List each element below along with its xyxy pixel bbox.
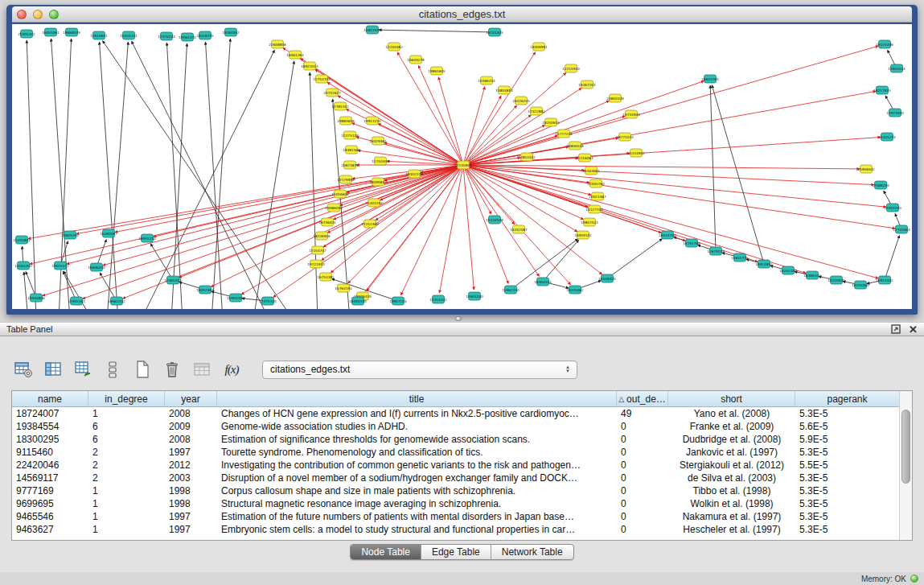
graph-node-label: 19861605 [428, 69, 446, 73]
graph-edge[interactable] [543, 240, 579, 282]
network-view-window: citations_edges.txt 20305332160550611866… [6, 5, 918, 315]
window-titlebar[interactable]: citations_edges.txt [12, 6, 912, 23]
graph-edge[interactable] [171, 43, 187, 309]
table-row[interactable]: 977716911998Corpus callosum shape and si… [12, 484, 900, 497]
graph-edge[interactable] [103, 165, 463, 266]
graph-edge[interactable] [463, 46, 878, 165]
table-cell: Tibbo et al. (1998) [668, 484, 795, 497]
table-cell: 2009 [165, 420, 217, 433]
tab-edge-table[interactable]: Edge Table [421, 545, 491, 559]
function-builder-icon[interactable]: f(x) [221, 359, 242, 380]
graph-node-label: 16048420 [598, 277, 616, 281]
graph-edge[interactable] [211, 39, 230, 309]
table-row[interactable]: 946362711997Embryonic stem cells: a mode… [12, 523, 900, 536]
column-header-in_degree[interactable]: in_degree [88, 391, 165, 406]
column-header-year[interactable]: year [165, 391, 217, 406]
column-header-name[interactable]: name [12, 391, 88, 406]
graph-node-label: 16226255 [512, 99, 530, 103]
graph-edge[interactable] [253, 61, 294, 309]
graph-edge[interactable] [205, 42, 223, 309]
graph-node-label: 16791766 [683, 241, 700, 245]
table-settings-icon[interactable] [13, 359, 34, 380]
float-window-icon[interactable] [891, 324, 901, 334]
graph-edge[interactable] [712, 85, 764, 264]
graph-edge[interactable] [463, 165, 474, 290]
minimize-window-button[interactable] [33, 10, 43, 19]
graph-edge[interactable] [463, 165, 806, 274]
column-header-short[interactable]: short [668, 391, 795, 406]
table-cell: 18724007 [12, 407, 88, 420]
column-header-pagerank[interactable]: pagerank [795, 391, 900, 406]
graph-node-label: 15154952 [627, 151, 645, 155]
table-row[interactable]: 2242004622012Investigating the contribut… [12, 459, 900, 472]
graph-edge[interactable] [24, 272, 28, 309]
graph-edge[interactable] [710, 85, 716, 251]
table-row[interactable]: 1938455462009Genome-wide association stu… [12, 420, 900, 433]
graph-node-label: 15950350 [227, 296, 244, 300]
graph-edge[interactable] [211, 165, 463, 287]
status-bar: Memory: OK [0, 572, 924, 585]
table-cell: 18300295 [12, 433, 88, 446]
graph-edge[interactable] [463, 165, 895, 229]
table-row[interactable]: 1830029562008Estimation of significance … [12, 433, 900, 446]
graph-node-label: 18131405 [486, 31, 503, 35]
table-cell: 2008 [165, 407, 217, 420]
window-title: citations_edges.txt [12, 8, 912, 20]
graph-edge[interactable] [141, 50, 274, 309]
graph-edge[interactable] [463, 52, 536, 165]
network-table-select[interactable]: citations_edges.txt ▲▼ [262, 360, 577, 379]
graph-edge[interactable] [315, 69, 463, 165]
close-window-button[interactable] [17, 10, 27, 19]
table-row[interactable]: 1872400712008Changes of HCN gene express… [12, 407, 900, 420]
graph-edge[interactable] [463, 165, 860, 169]
graph-node-label: 17475320 [259, 299, 277, 303]
tab-node-table[interactable]: Node Table [351, 545, 421, 559]
graph-edge[interactable] [607, 239, 663, 278]
row-options-icon[interactable] [102, 359, 123, 380]
graph-edge[interactable] [107, 42, 128, 309]
graph-node-label: 20605190 [61, 233, 79, 237]
scrollbar-thumb[interactable] [901, 410, 910, 484]
zoom-window-button[interactable] [49, 10, 59, 19]
delete-icon[interactable] [162, 359, 183, 380]
close-panel-icon[interactable]: ✕ [909, 324, 918, 335]
column-header-title[interactable]: title [217, 391, 617, 406]
graph-edge[interactable] [28, 165, 463, 239]
table-cell: Disruption of a novel member of a sodium… [217, 472, 617, 484]
table-cell: Hescheler et al. (1997) [668, 523, 795, 536]
graph-node-label: 19125206 [876, 43, 893, 47]
table-scrollbar[interactable] [899, 391, 912, 540]
column-header-out_de[interactable]: △out_de… [617, 391, 668, 406]
new-document-icon[interactable] [132, 359, 153, 380]
graph-node-label: 16029461 [369, 139, 387, 143]
graph-edge[interactable] [166, 43, 183, 309]
graph-edge[interactable] [439, 165, 463, 293]
graph-node-label: 19884608 [337, 119, 355, 123]
graph-edge[interactable] [83, 165, 463, 299]
graph-node-label: 15034151 [120, 34, 138, 38]
table-cell: 0 [617, 497, 668, 510]
table-row[interactable]: 969969511998Structural magnetic resonanc… [12, 497, 900, 510]
graph-node-label: 16846548 [566, 144, 584, 148]
graph-edge[interactable] [885, 236, 899, 280]
table-row[interactable]: 911546021997Tourette syndrome. Phenomeno… [12, 446, 900, 459]
graph-edge[interactable] [273, 165, 463, 297]
table-cell: Jankovic et al. (1997) [668, 446, 795, 459]
column-label: out_de… [626, 393, 666, 405]
tab-network-table[interactable]: Network Table [491, 545, 573, 559]
table-panel-header: Table Panel ✕ [0, 322, 924, 336]
table-disabled-icon[interactable] [191, 359, 212, 380]
import-table-icon[interactable] [72, 359, 93, 380]
graph-edge[interactable] [379, 30, 495, 32]
panel-divider-handle[interactable] [455, 316, 462, 321]
show-columns-icon[interactable] [43, 359, 64, 380]
table-cell: Wolkin et al. (1998) [668, 497, 795, 510]
graph-edge[interactable] [338, 96, 463, 165]
network-canvas[interactable]: 2030533216055061186680391261065115034151… [12, 24, 912, 309]
table-cell: 1998 [165, 484, 217, 497]
table-cell: Changes of HCN gene expression and I(f) … [217, 407, 617, 420]
table-cell: 9777169 [12, 484, 88, 497]
graph-edge[interactable] [67, 165, 463, 264]
table-row[interactable]: 1456911722003Disruption of a novel membe… [12, 472, 900, 484]
table-row[interactable]: 946554611997Estimation of the future num… [12, 510, 900, 523]
